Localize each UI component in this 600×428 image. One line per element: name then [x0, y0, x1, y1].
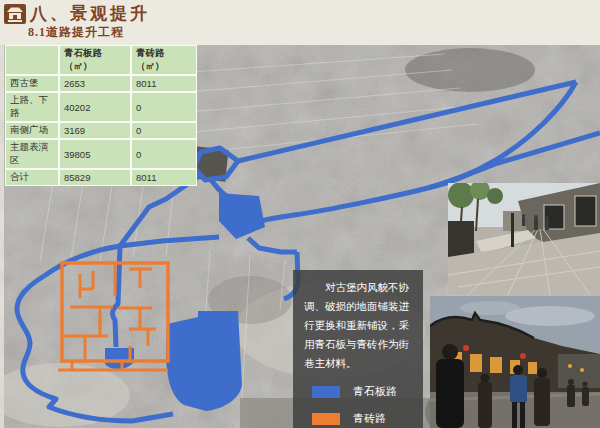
brick-value: 8011 — [131, 75, 197, 92]
stone-road-swatch — [312, 386, 340, 398]
table-row-total: 合计 85829 8011 — [5, 169, 197, 186]
brick-value: 0 — [131, 139, 197, 169]
pavilion-seal-icon — [4, 4, 26, 24]
stone-value: 3169 — [59, 122, 131, 139]
legend-label: 青砖路 — [353, 411, 386, 426]
table-header-row: 青石板路（㎡） 青砖路（㎡） — [5, 45, 197, 75]
slide: 八、景观提升 8.1道路提升工程 青石板路（㎡） 青砖路（㎡） 西古堡 2653… — [0, 0, 600, 428]
table-header-cell: 青石板路（㎡） — [59, 45, 131, 75]
stone-value: 40202 — [59, 92, 131, 122]
map-legend: 青石板路 青砖路 — [304, 384, 412, 426]
row-label: 西古堡 — [5, 75, 59, 92]
note-box: 对古堡内风貌不协调、破损的地面铺装进行更换和重新铺设，采用青石板与青砖作为街巷主… — [293, 270, 423, 428]
note-text: 对古堡内风貌不协调、破损的地面铺装进行更换和重新铺设，采用青石板与青砖作为街巷主… — [304, 278, 412, 372]
table-header-cell — [5, 45, 59, 75]
row-label: 主题表演区 — [5, 139, 59, 169]
brick-value: 8011 — [131, 169, 197, 186]
table-row: 主题表演区 39805 0 — [5, 139, 197, 169]
brick-value: 0 — [131, 92, 197, 122]
legend-item-brick: 青砖路 — [304, 411, 412, 426]
legend-item-stone: 青石板路 — [304, 384, 412, 399]
page-title: 八、景观提升 — [30, 2, 150, 25]
stone-value: 39805 — [59, 139, 131, 169]
page-subtitle: 8.1道路提升工程 — [28, 24, 124, 41]
road-area-table: 青石板路（㎡） 青砖路（㎡） 西古堡 2653 8011 上路、下路 40202… — [5, 45, 197, 186]
row-label: 上路、下路 — [5, 92, 59, 122]
table-row: 上路、下路 40202 0 — [5, 92, 197, 122]
table-row: 南侧广场 3169 0 — [5, 122, 197, 139]
row-label: 南侧广场 — [5, 122, 59, 139]
stone-value: 2653 — [59, 75, 131, 92]
table-header-cell: 青砖路（㎡） — [131, 45, 197, 75]
legend-label: 青石板路 — [353, 384, 397, 399]
brick-value: 0 — [131, 122, 197, 139]
performance-area-fill — [166, 311, 242, 411]
stone-value: 85829 — [59, 169, 131, 186]
street-photo-evening — [430, 296, 600, 428]
brick-road-swatch — [312, 413, 340, 425]
street-photo-day — [448, 183, 600, 295]
table-row: 西古堡 2653 8011 — [5, 75, 197, 92]
row-label: 合计 — [5, 169, 59, 186]
